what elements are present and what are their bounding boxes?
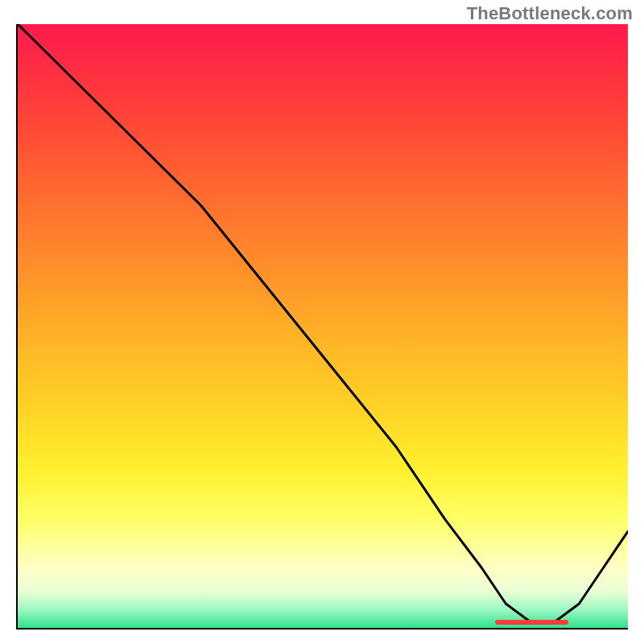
curve-layer	[18, 24, 628, 628]
bottleneck-curve	[18, 24, 628, 622]
watermark-label: TheBottleneck.com	[467, 3, 633, 24]
plot-area	[16, 24, 628, 630]
chart-container: TheBottleneck.com	[0, 0, 644, 644]
optimum-range-marker	[495, 620, 568, 625]
